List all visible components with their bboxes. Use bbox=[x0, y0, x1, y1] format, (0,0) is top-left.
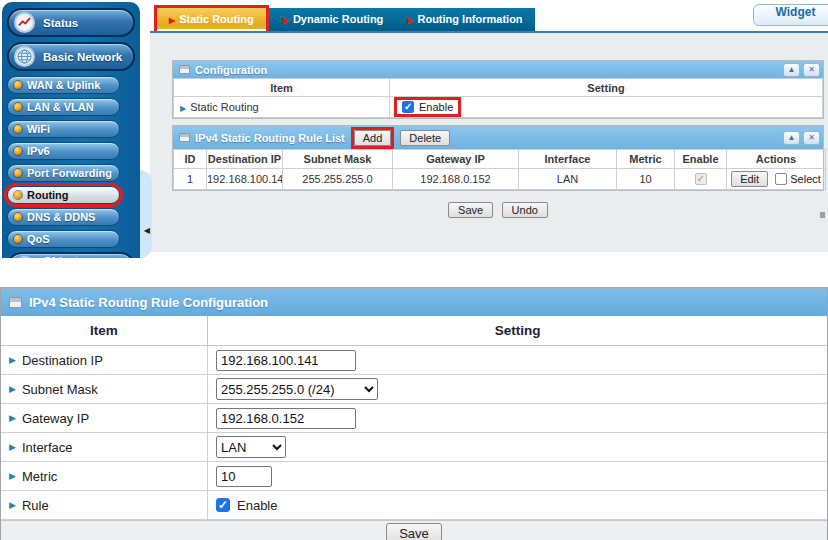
cell-actions: Edit Select bbox=[727, 169, 826, 190]
column-header-actions: Actions bbox=[727, 150, 826, 169]
resize-handle-icon bbox=[820, 212, 825, 218]
tab-bar: ▶Static Routing ▶Dynamic Routing ▶Routin… bbox=[157, 8, 535, 31]
select-label: Select bbox=[790, 173, 821, 185]
rule-config-panel-header: IPv4 Static Routing Rule Configuration bbox=[1, 289, 827, 316]
cell-id: 1 bbox=[174, 169, 207, 190]
panel-close-button[interactable]: ✕ bbox=[803, 63, 820, 77]
panel-title: IPv4 Static Routing Rule Configuration bbox=[29, 295, 268, 310]
sidebar-item-basic-network[interactable]: Basic Network bbox=[7, 42, 135, 71]
column-header-item: Item bbox=[174, 79, 390, 97]
row-bullet-icon: ▶ bbox=[9, 384, 16, 394]
table-row: ▶Rule Enable bbox=[1, 491, 827, 520]
bullet-dot-icon bbox=[14, 147, 22, 155]
sidebar-item-label: Status bbox=[43, 17, 78, 29]
static-routing-enable-checkbox[interactable] bbox=[402, 101, 414, 113]
add-button-highlight: Add bbox=[351, 127, 395, 149]
cell-interface: LAN bbox=[519, 169, 617, 190]
sidebar-item-ipv6[interactable]: IPv6 bbox=[7, 142, 120, 160]
bullet-dot-icon bbox=[14, 103, 22, 111]
status-chart-icon bbox=[14, 12, 35, 33]
edit-button[interactable]: Edit bbox=[731, 171, 768, 187]
router-admin-screenshot: Status Basic Network WAN & Uplink LAN & … bbox=[0, 0, 828, 258]
configuration-panel-header: Configuration ▲ ✕ bbox=[173, 61, 823, 78]
rule-list-panel-header: IPv4 Static Routing Rule List Add Delete… bbox=[173, 126, 823, 149]
main-content: ▶Static Routing ▶Dynamic Routing ▶Routin… bbox=[150, 0, 828, 258]
cell-destination-ip: 192.168.100.141 bbox=[207, 169, 283, 190]
bullet-dot-icon bbox=[14, 125, 22, 133]
bullet-dot-icon bbox=[14, 213, 22, 221]
window-icon bbox=[179, 133, 190, 142]
subnet-mask-label: Subnet Mask bbox=[22, 382, 98, 397]
panel-title: IPv4 Static Routing Rule List bbox=[195, 132, 345, 144]
gateway-ip-field[interactable] bbox=[216, 408, 356, 429]
content-background: Configuration ▲ ✕ Item Setting ▶Static R… bbox=[150, 33, 828, 252]
metric-field[interactable] bbox=[216, 466, 272, 487]
select-checkbox[interactable] bbox=[775, 173, 787, 185]
bullet-dot-icon bbox=[14, 235, 22, 243]
interface-label: Interface bbox=[22, 440, 73, 455]
table-row: ▶Interface LAN bbox=[1, 433, 827, 462]
sidebar-item-lan-vlan[interactable]: LAN & VLAN bbox=[7, 98, 120, 116]
sidebar: Status Basic Network WAN & Uplink LAN & … bbox=[2, 2, 140, 258]
table-row: ▶Static Routing Enable bbox=[174, 97, 823, 118]
row-bullet-icon: ▶ bbox=[180, 104, 186, 113]
bullet-dot-icon bbox=[14, 191, 22, 199]
subnet-mask-select[interactable]: 255.255.255.0 (/24) bbox=[216, 378, 378, 400]
column-header-destination-ip: Destination IP bbox=[207, 150, 283, 169]
checkbox-label: Enable bbox=[419, 101, 453, 113]
column-header-id: ID bbox=[174, 150, 207, 169]
row-bullet-icon: ▶ bbox=[9, 413, 16, 423]
tab-arrow-icon: ▶ bbox=[407, 16, 413, 25]
sidebar-item-port-forwarding[interactable]: Port Forwarding bbox=[7, 164, 120, 182]
rule-config-panel: IPv4 Static Routing Rule Configuration I… bbox=[0, 287, 828, 540]
tab-routing-information[interactable]: ▶Routing Information bbox=[395, 8, 534, 31]
metric-label: Metric bbox=[22, 469, 57, 484]
tab-dynamic-routing[interactable]: ▶Dynamic Routing bbox=[271, 8, 396, 31]
cell-metric: 10 bbox=[617, 169, 675, 190]
row-bullet-icon: ▶ bbox=[9, 355, 16, 365]
destination-ip-field[interactable] bbox=[216, 350, 356, 371]
column-header-subnet-mask: Subnet Mask bbox=[283, 150, 393, 169]
panel-collapse-button[interactable]: ▲ bbox=[783, 131, 800, 145]
save-button[interactable]: Save bbox=[386, 523, 442, 540]
column-header-metric: Metric bbox=[617, 150, 675, 169]
configuration-panel: Configuration ▲ ✕ Item Setting ▶Static R… bbox=[172, 60, 824, 119]
cell-subnet-mask: 255.255.255.0 bbox=[283, 169, 393, 190]
delete-button[interactable]: Delete bbox=[400, 130, 450, 146]
tab-static-routing[interactable]: ▶Static Routing bbox=[157, 8, 266, 31]
bullet-dot-icon bbox=[14, 81, 22, 89]
rule-enable-checkbox bbox=[695, 173, 707, 185]
column-header-setting: Setting bbox=[208, 316, 827, 345]
widget-button[interactable]: Widget bbox=[753, 4, 828, 26]
sidebar-item-object-definition[interactable]: Object Definition bbox=[7, 252, 135, 258]
row-bullet-icon: ▶ bbox=[9, 471, 16, 481]
action-buttons: Save Undo bbox=[172, 200, 824, 218]
sidebar-item-wan-uplink[interactable]: WAN & Uplink bbox=[7, 76, 120, 94]
undo-button[interactable]: Undo bbox=[502, 202, 548, 218]
column-headers: Item Setting bbox=[1, 316, 827, 346]
rule-enable-checkbox[interactable] bbox=[216, 498, 230, 512]
table-row: ▶Subnet Mask 255.255.255.0 (/24) bbox=[1, 375, 827, 404]
sidebar-item-dns-ddns[interactable]: DNS & DDNS bbox=[7, 208, 120, 226]
column-header-interface: Interface bbox=[519, 150, 617, 169]
tab-arrow-icon: ▶ bbox=[169, 16, 175, 25]
destination-ip-label: Destination IP bbox=[22, 353, 103, 368]
bullet-dot-icon bbox=[14, 169, 22, 177]
add-button[interactable]: Add bbox=[354, 130, 392, 146]
panel-collapse-button[interactable]: ▲ bbox=[783, 63, 800, 77]
panel-close-button[interactable]: ✕ bbox=[803, 131, 820, 145]
sidebar-item-label: Basic Network bbox=[43, 51, 122, 63]
interface-select[interactable]: LAN bbox=[216, 436, 286, 458]
save-button[interactable]: Save bbox=[448, 202, 493, 218]
sidebar-item-routing[interactable]: Routing bbox=[7, 186, 120, 204]
row-bullet-icon: ▶ bbox=[9, 500, 16, 510]
cell-gateway-ip: 192.168.0.152 bbox=[393, 169, 519, 190]
sidebar-item-qos[interactable]: QoS bbox=[7, 230, 120, 248]
tab-arrow-icon: ▶ bbox=[283, 16, 289, 25]
table-row: ▶Destination IP bbox=[1, 346, 827, 375]
column-header-gateway-ip: Gateway IP bbox=[393, 150, 519, 169]
sidebar-item-wifi[interactable]: WiFi bbox=[7, 120, 120, 138]
object-definition-icon bbox=[14, 256, 35, 258]
sidebar-item-status[interactable]: Status bbox=[7, 8, 135, 37]
enable-highlight: Enable bbox=[394, 97, 461, 117]
